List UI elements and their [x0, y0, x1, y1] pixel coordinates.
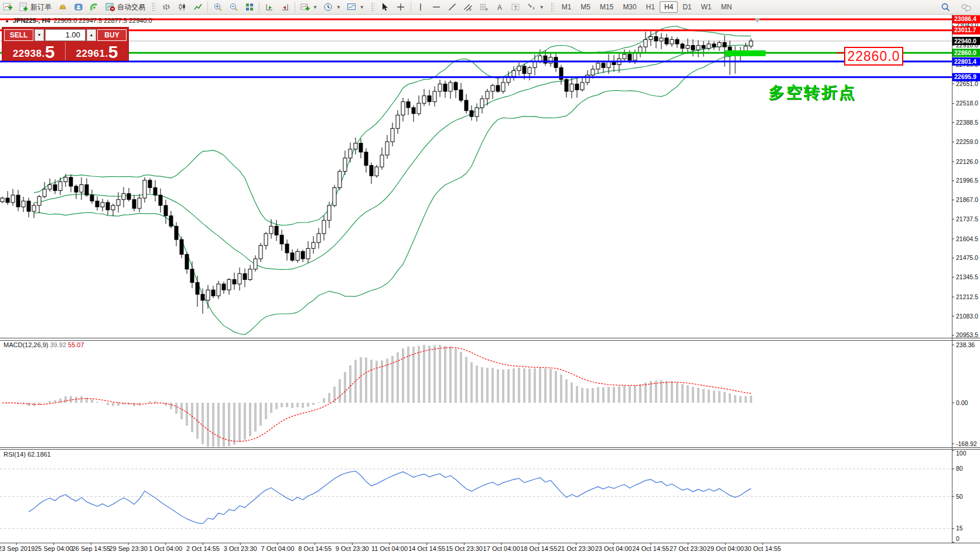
volume-input[interactable]: 1.00 — [45, 29, 86, 41]
time-axis-label: 14 Oct 14:55 — [408, 545, 445, 552]
candle-body — [243, 273, 247, 279]
channel-tool-button[interactable]: E — [460, 1, 476, 13]
autotrading-button[interactable]: 自动交易 — [102, 1, 148, 13]
time-axis-label: 3 Oct 23:30 — [224, 545, 257, 552]
vertical-line-tool-button[interactable] — [413, 1, 429, 13]
timeframe-button-w1[interactable]: W1 — [696, 1, 716, 13]
candle-body — [370, 166, 373, 176]
tile-windows-button[interactable] — [241, 1, 257, 13]
volume-increase-button[interactable]: ▲ — [87, 29, 96, 41]
toolbar-grip[interactable] — [151, 2, 155, 12]
trendline-tool-button[interactable] — [445, 1, 460, 13]
time-axis-label: 29 Oct 04:00 — [707, 545, 744, 552]
toolbar-grip[interactable] — [370, 2, 374, 12]
bar-chart-button[interactable] — [158, 1, 174, 13]
macd-indicator-label: MACD(12,26,9) 39.92 55.07 — [4, 341, 84, 348]
candlestick-chart-button[interactable] — [174, 1, 190, 13]
dropdown-arrow-icon: ▼ — [539, 5, 544, 10]
candle-body — [359, 143, 363, 152]
candle-body — [6, 198, 9, 203]
chat-button[interactable] — [958, 1, 974, 13]
zoom-out-button[interactable] — [226, 1, 241, 13]
arrows-tool-button[interactable]: ▼ — [524, 1, 547, 13]
search-button[interactable] — [938, 1, 954, 13]
bar-chart-icon — [161, 2, 171, 12]
candle-body — [480, 99, 484, 108]
candle-body — [422, 96, 426, 104]
candle-body — [80, 185, 83, 193]
toolbar-right-icons — [938, 0, 974, 15]
svg-text:T: T — [514, 5, 518, 11]
price-tick-label: 21212.5 — [956, 293, 978, 300]
buy-price-main: 22961. — [76, 48, 108, 60]
candle-body — [565, 80, 568, 91]
candle-body — [454, 83, 457, 90]
candle-body — [364, 152, 368, 166]
cursor-tool-button[interactable] — [377, 1, 393, 13]
chart-shift-button[interactable] — [277, 1, 293, 13]
svg-text:A: A — [497, 4, 502, 12]
chinese-annotation-text[interactable]: 多空转折点 — [769, 82, 856, 103]
auto-scroll-button[interactable] — [261, 1, 277, 13]
candle-body — [180, 239, 183, 254]
candle-body — [385, 142, 389, 155]
indicators-button[interactable]: ▼ — [297, 1, 320, 13]
cursor-arrow-icon — [380, 2, 390, 12]
candle-body — [633, 53, 637, 60]
candle-body — [127, 194, 131, 200]
horizontal-line-tool-button[interactable] — [429, 1, 445, 13]
vertical-line-icon — [416, 2, 426, 12]
templates-button[interactable]: ▼ — [344, 1, 367, 13]
sell-button[interactable]: SELL — [4, 29, 33, 41]
new-order-button[interactable]: 新订单 — [15, 1, 54, 13]
candle-body — [749, 41, 753, 46]
price-level-box-label: 22695.9 — [954, 73, 976, 80]
price-level-box-label: 22860.0 — [954, 49, 976, 56]
zoom-in-button[interactable] — [210, 1, 226, 13]
new-chart-button[interactable] — [2, 1, 15, 13]
candle-body — [628, 54, 631, 60]
buy-price-display[interactable]: 22961. 5 — [66, 42, 128, 60]
main-toolbar: 新订单 自动交易 — [0, 0, 980, 15]
indicators-icon — [300, 2, 310, 12]
one-click-trading-panel: SELL ▼ 1.00 ▲ BUY 22938. 5 22961. 5 — [2, 27, 129, 61]
candle-body — [696, 46, 700, 50]
timeframes-toolbar-group: M1M5M15M30H1H4D1W1MN — [555, 0, 739, 15]
volume-decrease-button[interactable]: ▼ — [35, 29, 44, 41]
price-callout-label[interactable]: 22860.0 — [844, 47, 903, 66]
timeframe-button-h4[interactable]: H4 — [660, 1, 678, 13]
mql5-button[interactable] — [54, 1, 70, 13]
candle-body — [581, 83, 584, 90]
timeframe-button-mn[interactable]: MN — [716, 1, 737, 13]
candle-body — [401, 102, 405, 115]
mt4-window: 新订单 自动交易 — [0, 0, 980, 555]
signals-button[interactable] — [86, 1, 102, 13]
sell-price-display[interactable]: 22938. 5 — [2, 42, 66, 60]
macd-axis-label: 238.36 — [956, 341, 975, 348]
periods-button[interactable]: ▼ — [320, 1, 344, 13]
text-label-tool-button[interactable]: T — [508, 1, 524, 13]
price-tick-label: 21604.5 — [956, 235, 978, 242]
timeframe-button-d1[interactable]: D1 — [678, 1, 696, 13]
timeframe-button-h1[interactable]: H1 — [641, 1, 660, 13]
candle-body — [607, 61, 610, 67]
candle-body — [443, 84, 447, 91]
timeframe-button-m5[interactable]: M5 — [576, 1, 595, 13]
fibonacci-tool-button[interactable]: F — [476, 1, 492, 13]
candle-body — [211, 290, 215, 296]
community-button[interactable] — [70, 1, 86, 13]
crosshair-tool-button[interactable] — [393, 1, 409, 13]
timeframe-button-m15[interactable]: M15 — [595, 1, 618, 13]
text-tool-button[interactable]: A — [492, 1, 508, 13]
timeframe-button-m1[interactable]: M1 — [557, 1, 576, 13]
chart-window[interactable]: 23043.022910.022780.522651.022518.022388… — [0, 15, 980, 555]
candle-body — [396, 115, 399, 129]
line-chart-button[interactable] — [190, 1, 206, 13]
candle-body — [111, 205, 115, 210]
chart-shift-marker-icon[interactable] — [754, 18, 760, 23]
candle-body — [428, 96, 431, 102]
timeframe-button-m30[interactable]: M30 — [618, 1, 641, 13]
toolbar-grip[interactable] — [550, 2, 554, 12]
green-highlight-bar[interactable] — [725, 50, 766, 56]
buy-button[interactable]: BUY — [97, 29, 127, 41]
